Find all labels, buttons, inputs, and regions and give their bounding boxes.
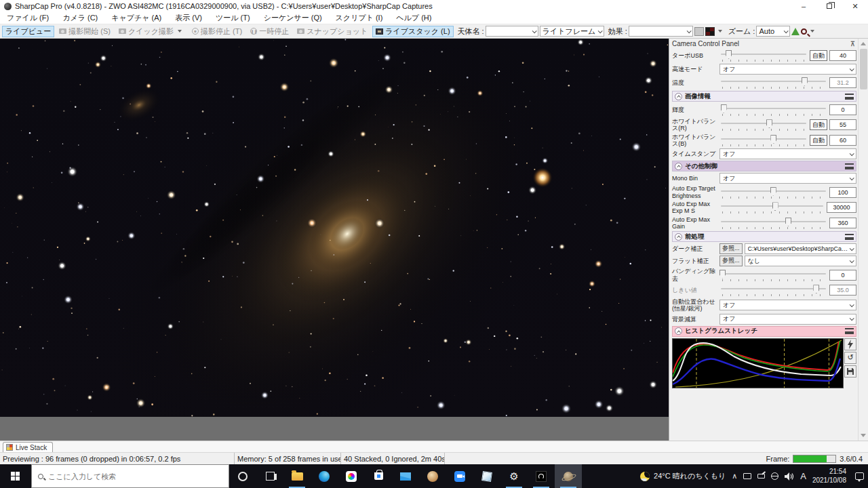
tray-overflow-chevron[interactable]: ∧ [732, 472, 737, 481]
sharpcap-taskbar-button[interactable] [555, 464, 582, 488]
live-stack-button[interactable]: ライブスタック (L) [372, 26, 453, 37]
ime-indicator[interactable]: A [800, 471, 806, 481]
live-stack-tab[interactable]: Live Stack [3, 442, 53, 452]
turbo-usb-auto-button[interactable]: 自動 [810, 50, 827, 61]
auto-stretch-button[interactable] [844, 338, 856, 350]
brightness-value-input[interactable]: 0 [829, 104, 856, 115]
wb-r-auto-button[interactable]: 自動 [810, 119, 827, 130]
bg-subtract-combo[interactable]: オフ [719, 314, 856, 325]
collapse-icon[interactable] [675, 233, 682, 241]
dark-browse-button[interactable]: 参照... [719, 243, 743, 254]
galaxy-live-image[interactable] [0, 39, 669, 417]
section-menu-icon[interactable] [845, 94, 854, 100]
zoom-app-button[interactable] [446, 464, 473, 488]
taskbar-search[interactable] [31, 464, 229, 488]
save-stretch-button[interactable] [844, 365, 856, 378]
paint-app-button[interactable] [419, 464, 446, 488]
section-menu-icon[interactable] [845, 163, 854, 169]
action-center-icon[interactable] [855, 472, 864, 480]
volume-icon[interactable] [785, 472, 794, 481]
live-view-button[interactable]: ライブビュー [2, 26, 54, 37]
file-explorer-button[interactable] [283, 464, 311, 488]
ae-target-slider[interactable] [719, 186, 827, 199]
menu-tools[interactable]: ツール (T) [209, 12, 257, 24]
panel-scrollbar[interactable] [858, 39, 868, 441]
snapshot-button[interactable]: スナップショット [294, 26, 371, 37]
turbo-usb-value-input[interactable]: 40 [829, 50, 856, 61]
bayer-pattern-icon[interactable] [705, 27, 715, 36]
effects-combo[interactable] [629, 26, 693, 37]
frame-type-combo[interactable]: ライトフレーム [540, 26, 604, 37]
histogram-tool-icon[interactable] [791, 28, 800, 35]
flat-file-combo[interactable]: なし [745, 256, 856, 266]
banding-value-input[interactable]: 0 [829, 270, 856, 281]
camera-app-button[interactable] [528, 464, 555, 488]
collapse-icon[interactable] [675, 327, 682, 335]
section-other-controls[interactable]: その他制御 [672, 161, 856, 171]
section-menu-icon[interactable] [845, 328, 854, 334]
clock[interactable]: 21:54 2021/10/08 [812, 468, 846, 485]
reset-stretch-button[interactable]: ↺ [844, 352, 856, 364]
ae-max-gain-value-input[interactable]: 360 [829, 218, 856, 228]
section-histogram-stretch[interactable]: ヒストグラムストレッチ [672, 326, 856, 337]
pause-button[interactable]: ❚❚一時停止 [247, 26, 292, 37]
weather-widget[interactable]: 24°C 晴れのちくもり [640, 471, 726, 481]
restore-button[interactable] [816, 0, 842, 12]
start-button[interactable] [0, 464, 31, 488]
store-button[interactable] [365, 464, 392, 488]
fast-mode-combo[interactable]: オフ [719, 64, 856, 75]
chevron-down-icon[interactable] [718, 30, 722, 33]
menu-sequencer[interactable]: シーケンサー (Q) [257, 12, 329, 24]
quick-capture-button[interactable]: クイック撮影 [115, 26, 187, 37]
section-menu-icon[interactable] [845, 234, 854, 240]
zoom-combo[interactable]: Auto [756, 26, 790, 37]
cortana-button[interactable] [229, 464, 256, 488]
pen-icon[interactable] [757, 474, 765, 479]
auto-align-combo[interactable]: オフ [719, 300, 856, 310]
banding-slider[interactable] [719, 268, 827, 282]
turbo-usb-slider[interactable] [719, 49, 808, 62]
scrollbar-thumb[interactable] [860, 49, 867, 89]
section-preprocessing[interactable]: 前処理 [672, 231, 856, 242]
magnifier-tool-icon[interactable] [801, 28, 807, 35]
brightness-slider[interactable] [719, 103, 827, 117]
close-button[interactable]: ✕ [842, 0, 868, 12]
cast-icon[interactable] [743, 473, 751, 479]
menu-capture[interactable]: キャプチャ (A) [104, 12, 168, 24]
start-capture-button[interactable]: 撮影開始 (S) [56, 26, 114, 37]
menu-view[interactable]: 表示 (V) [168, 12, 209, 24]
minimize-button[interactable]: – [791, 0, 816, 12]
network-icon[interactable] [771, 472, 778, 480]
menu-camera[interactable]: カメラ (C) [56, 12, 104, 24]
wb-b-value-input[interactable]: 60 [829, 135, 856, 146]
wb-b-slider[interactable] [719, 134, 808, 147]
section-image-info[interactable]: 画像情報 [672, 91, 856, 102]
scroll-down-icon[interactable] [861, 434, 866, 437]
display-mode-icon[interactable] [694, 27, 704, 36]
collapse-icon[interactable] [675, 93, 682, 100]
scroll-up-icon[interactable] [861, 42, 866, 45]
histogram-display[interactable] [672, 338, 844, 388]
menu-scripts[interactable]: スクリプト (I) [329, 12, 390, 24]
timestamp-combo[interactable]: オフ [719, 148, 856, 159]
flat-browse-button[interactable]: 参照... [719, 256, 743, 266]
edge-button[interactable] [311, 464, 338, 488]
chevron-down-icon[interactable] [810, 30, 814, 33]
settings-button[interactable]: ⚙ [500, 464, 528, 488]
search-input[interactable] [48, 472, 222, 481]
mail-button[interactable] [392, 464, 419, 488]
collapse-icon[interactable] [675, 163, 682, 170]
dark-file-combo[interactable]: C:¥Users¥user¥Desktop¥SharpCa… [745, 243, 856, 254]
wb-r-value-input[interactable]: 55 [829, 119, 856, 130]
ae-max-exp-slider[interactable] [719, 201, 825, 214]
task-view-button[interactable] [256, 464, 283, 488]
ae-max-exp-value-input[interactable]: 30000 [827, 202, 856, 213]
itunes-button[interactable] [338, 464, 365, 488]
ae-max-gain-slider[interactable] [719, 216, 827, 230]
notes-app-button[interactable] [473, 464, 500, 488]
target-name-combo[interactable] [486, 26, 538, 37]
mono-bin-combo[interactable]: オフ [719, 173, 856, 184]
menu-help[interactable]: ヘルプ (H) [389, 12, 438, 24]
wb-b-auto-button[interactable]: 自動 [810, 135, 827, 146]
ae-target-value-input[interactable]: 100 [829, 187, 856, 198]
